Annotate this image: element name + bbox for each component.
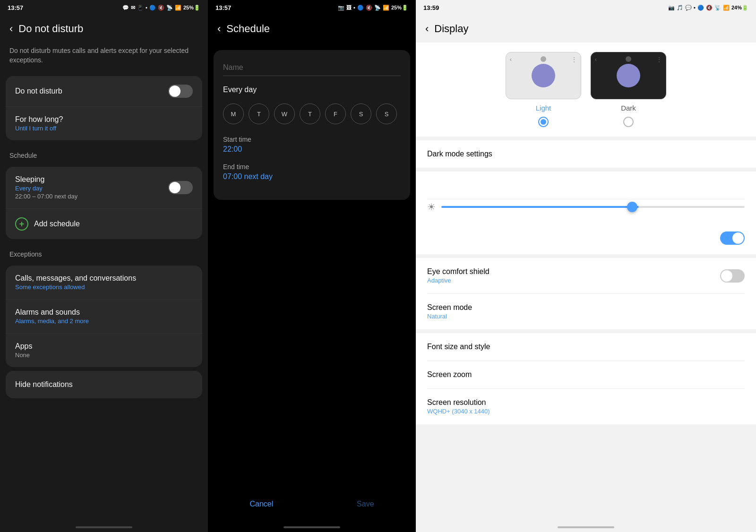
days-row: M T W T F S S	[223, 103, 401, 124]
brightness-slider-container[interactable]: ☀	[427, 199, 745, 222]
schedule-card: Sleeping Every day 22:00 – 07:00 next da…	[6, 167, 202, 239]
day-thursday[interactable]: T	[300, 103, 320, 124]
cancel-button[interactable]: Cancel	[249, 500, 273, 508]
brightness-section: Brightness ☀ Adaptive brightness	[416, 172, 756, 254]
hide-notifications-card[interactable]: Hide notifications	[6, 371, 202, 398]
day-friday[interactable]: F	[325, 103, 346, 124]
day-tuesday[interactable]: T	[249, 103, 269, 124]
calls-label: Calls, messages, and conversations	[15, 274, 136, 283]
light-theme-label: Light	[536, 104, 551, 112]
dark-mode-settings-row[interactable]: Dark mode settings	[416, 140, 756, 168]
schedule-actions: Cancel Save	[208, 490, 416, 518]
calls-subtitle: Some exceptions allowed	[15, 283, 136, 291]
screen-mode-subtitle: Natural	[427, 313, 472, 320]
dark-mode-settings-label: Dark mode settings	[427, 150, 492, 158]
dnd-header: ‹ Do not disturb	[0, 15, 208, 43]
end-time-row[interactable]: End time 07:00 next day	[223, 163, 401, 181]
brightness-row: Brightness	[427, 172, 745, 199]
eye-comfort-toggle[interactable]	[720, 269, 745, 283]
for-how-long-item[interactable]: For how long? Until I turn it off	[6, 107, 202, 140]
theme-light-option[interactable]: ‹ ⋮ Light	[506, 52, 581, 127]
dnd-toggle[interactable]	[168, 85, 193, 98]
eye-comfort-row[interactable]: Eye comfort shield Adaptive	[427, 258, 745, 294]
back-button-1[interactable]: ‹	[9, 23, 13, 35]
schedule-section-label: Schedule	[0, 144, 208, 163]
alarms-subtitle: Alarms, media, and 2 more	[15, 317, 89, 325]
screen-mode-row[interactable]: Screen mode Natural	[427, 294, 745, 329]
back-button-3[interactable]: ‹	[425, 23, 429, 35]
screen-zoom-row[interactable]: Screen zoom	[427, 361, 745, 389]
sleeping-subtitle-2: 22:00 – 07:00 next day	[15, 193, 77, 200]
save-button[interactable]: Save	[357, 500, 374, 508]
start-time-row[interactable]: Start time 22:00	[223, 136, 401, 154]
schedule-header: ‹ Schedule	[208, 15, 416, 43]
font-size-row[interactable]: Font size and style	[427, 333, 745, 361]
schedule-panel: 13:57 📷 🖼 • 🔵 🔇 📡 📶 25%🔋 ‹ Schedule Ever…	[208, 0, 416, 532]
dnd-title: Do not disturb	[18, 23, 83, 35]
sleeping-subtitle-1: Every day	[15, 185, 77, 192]
bottom-indicator-2	[284, 526, 340, 528]
status-bar-3: 13:59 📷 🎵 💬 • 🔵 🔇 📡 📶 24%🔋	[416, 0, 756, 15]
theme-selector: ‹ ⋮ Light ‹ ⋮ Dark	[416, 43, 756, 137]
eye-comfort-section: Eye comfort shield Adaptive Screen mode …	[416, 258, 756, 329]
schedule-title: Schedule	[226, 23, 270, 35]
end-time-value: 07:00 next day	[223, 172, 401, 181]
start-time-value: 22:00	[223, 145, 401, 154]
calls-item[interactable]: Calls, messages, and conversations Some …	[6, 266, 202, 300]
sleeping-item[interactable]: Sleeping Every day 22:00 – 07:00 next da…	[6, 167, 202, 209]
sleeping-toggle-knob	[169, 182, 180, 193]
brightness-thumb[interactable]	[627, 202, 637, 212]
hide-notifications-label: Hide notifications	[15, 380, 73, 388]
add-schedule-item[interactable]: + Add schedule	[6, 209, 202, 239]
screen-resolution-row[interactable]: Screen resolution WQHD+ (3040 x 1440)	[427, 389, 745, 424]
time-2: 13:57	[215, 4, 231, 11]
back-button-2[interactable]: ‹	[217, 23, 221, 35]
apps-label: Apps	[15, 342, 32, 351]
dark-theme-label: Dark	[621, 104, 636, 112]
light-theme-preview: ‹ ⋮	[506, 52, 581, 99]
dark-radio[interactable]	[623, 117, 634, 127]
apps-subtitle: None	[15, 352, 32, 359]
font-section: Font size and style Screen zoom Screen r…	[416, 333, 756, 424]
adaptive-brightness-toggle[interactable]	[720, 232, 745, 245]
time-1: 13:57	[8, 4, 23, 11]
display-title: Display	[434, 23, 468, 35]
day-saturday[interactable]: S	[351, 103, 371, 124]
sleeping-toggle[interactable]	[168, 181, 193, 194]
display-header: ‹ Display	[416, 15, 756, 43]
end-time-label: End time	[223, 163, 401, 171]
adaptive-brightness-row[interactable]: Adaptive brightness	[427, 222, 745, 254]
brightness-slider[interactable]	[441, 206, 745, 208]
bottom-indicator-3	[558, 526, 614, 528]
day-wednesday[interactable]: W	[274, 103, 295, 124]
screen-resolution-subtitle: WQHD+ (3040 x 1440)	[427, 408, 490, 415]
status-icons-1: 💬 ✉ 📱 • 🔵 🔇 📡 📶 25%🔋	[122, 5, 200, 11]
day-monday[interactable]: M	[223, 103, 244, 124]
add-schedule-label: Add schedule	[34, 220, 80, 228]
day-sunday[interactable]: S	[376, 103, 397, 124]
name-input[interactable]	[223, 60, 401, 76]
screen-mode-label: Screen mode	[427, 303, 472, 312]
apps-item[interactable]: Apps None	[6, 334, 202, 367]
eye-comfort-subtitle: Adaptive	[427, 277, 490, 284]
frequency-row: Every day	[223, 86, 401, 94]
dnd-toggle-item[interactable]: Do not disturb	[6, 76, 202, 107]
dnd-toggle-label: Do not disturb	[15, 87, 62, 95]
dnd-subtitle: Do not disturb mutes calls and alerts ex…	[0, 43, 208, 72]
theme-dark-option[interactable]: ‹ ⋮ Dark	[591, 52, 666, 127]
start-time-label: Start time	[223, 136, 401, 143]
screen-zoom-label: Screen zoom	[427, 370, 472, 379]
light-radio[interactable]	[538, 117, 549, 127]
eye-comfort-knob	[721, 270, 732, 282]
time-3: 13:59	[423, 4, 439, 11]
exceptions-card: Calls, messages, and conversations Some …	[6, 266, 202, 367]
alarms-item[interactable]: Alarms and sounds Alarms, media, and 2 m…	[6, 300, 202, 334]
status-icons-3: 📷 🎵 💬 • 🔵 🔇 📡 📶 24%🔋	[668, 5, 748, 11]
dnd-toggle-card: Do not disturb For how long? Until I tur…	[6, 76, 202, 140]
alarms-label: Alarms and sounds	[15, 308, 89, 317]
schedule-form-card: Every day M T W T F S S Start time 22:00…	[214, 50, 410, 200]
status-bar-2: 13:57 📷 🖼 • 🔵 🔇 📡 📶 25%🔋	[208, 0, 416, 15]
dnd-panel: 13:57 💬 ✉ 📱 • 🔵 🔇 📡 📶 25%🔋 ‹ Do not dist…	[0, 0, 208, 532]
screen-resolution-label: Screen resolution	[427, 398, 490, 407]
exceptions-section-label: Exceptions	[0, 243, 208, 262]
